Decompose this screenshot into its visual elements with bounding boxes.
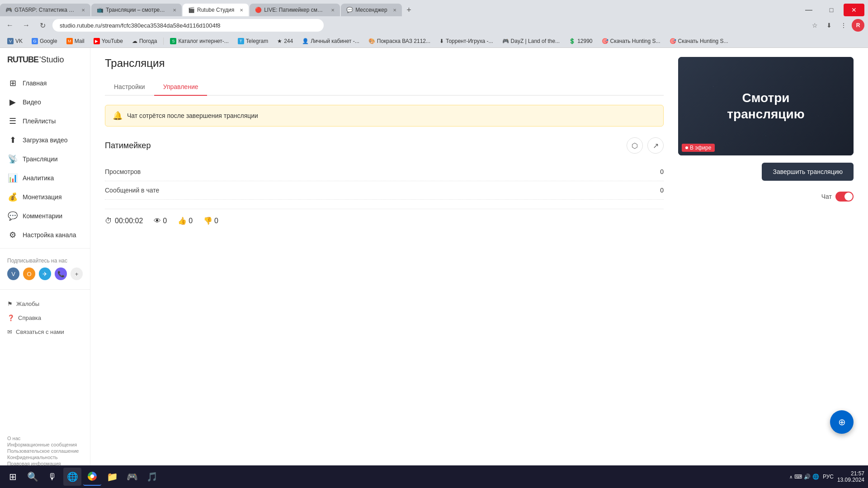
bookmark-torrent[interactable]: ⬇ Торрент-Игруха -... [436,37,497,45]
ok-social-icon[interactable]: O [23,267,35,280]
bookmark-catalog[interactable]: S Каталог интернет-... [166,37,232,45]
taskbar-app-chrome[interactable] [83,468,101,486]
bookmark-244[interactable]: ★ 244 [274,37,297,45]
tab-favicon-5: 💬 [346,7,353,13]
bookmark-hunting1[interactable]: 🎯 Скачать Hunting S... [598,37,664,45]
bookmark-paint[interactable]: 🎨 Покраска ВАЗ 2112... [365,37,434,45]
sidebar-item-streams[interactable]: 📡 Трансляции [0,150,90,169]
taskbar-keyboard-icon[interactable]: ⌨ [794,474,802,480]
forward-button[interactable]: → [20,19,33,32]
telegram-social-icon[interactable]: ✈ [39,267,51,280]
sidebar-label-video: Видео [23,99,41,106]
external-link-button[interactable]: ↗ [647,137,664,154]
taskbar-app-browser[interactable]: 🌐 [63,468,81,486]
viewers-counter: 👁 0 [154,217,167,225]
bookmark-cabinet[interactable]: 👤 Личный кабинет -... [298,37,363,45]
video-icon: ▶ [7,97,18,107]
fab-button[interactable]: ⊕ [830,410,854,434]
footer-item-contact[interactable]: ✉ Связаться с нами [7,325,83,339]
bookmark-dayz[interactable]: 🎮 DayZ | Land of the... [499,37,564,45]
tab-close-4[interactable]: ✕ [331,8,335,13]
close-button[interactable]: ✕ [844,4,864,16]
taskbar-start[interactable]: ⊞ [4,468,22,486]
info-link[interactable]: Информационные сообщения [7,442,83,447]
taskbar-network-icon[interactable]: 🌐 [812,474,819,480]
taskbar-time-value: 21:57 [837,470,864,477]
dislikes-value: 0 [214,217,218,225]
bookmark-vk[interactable]: V VK [4,37,26,45]
browser-tab-3[interactable]: 🎬 Rutube Студия ✕ [183,4,249,16]
browser-tab-4[interactable]: 🔴 LIVE: Патимейкер смотреть о... ✕ [250,4,340,16]
sidebar-item-playlists[interactable]: ☰ Плейлисты [0,112,90,131]
sidebar-item-video[interactable]: ▶ Видео [0,93,90,112]
chrome-center [90,474,94,478]
tab-close-3[interactable]: ✕ [240,8,243,13]
browser-tab-1[interactable]: 🎮 GTA5RP: Статистика персона... ✕ [0,4,90,16]
tab-label-4: LIVE: Патимейкер смотреть о... [264,7,326,13]
taskbar-chevron-icon[interactable]: ∧ [789,474,793,479]
bookmark-telegram[interactable]: T Telegram [234,37,272,45]
app-container: RUTUBE 'Studio ⊞ Главная ▶ Видео ☰ Плейл… [0,48,868,488]
footer-item-help[interactable]: ❓ Справка [7,311,83,325]
likes-icon: 👍 [178,216,187,225]
address-input[interactable] [52,19,324,32]
settings-icon[interactable]: ⋮ [837,19,850,32]
browser-tab-2[interactable]: 📺 Трансляции – смотреть все в... ✕ [91,4,182,16]
sidebar-item-settings[interactable]: ⚙ Настройка канала [0,225,90,244]
video-preview-line2: трансляцию [727,106,804,122]
taskbar-cortana[interactable]: 🎙 [43,468,61,486]
footer-nav: ⚑ Жалобы ❓ Справка ✉ Связаться с нами [0,293,90,343]
bookmark-google[interactable]: G Google [28,37,61,45]
taskbar-search[interactable]: 🔍 [24,468,42,486]
bookmark-youtube[interactable]: ▶ YouTube [90,37,127,45]
taskbar-app-files[interactable]: 📁 [103,468,121,486]
star-icon[interactable]: ☆ [808,19,821,32]
share-button[interactable]: ⬡ [627,137,643,154]
fab-icon: ⊕ [838,417,846,427]
chat-toggle[interactable] [835,192,854,202]
privacy-link[interactable]: Конфиденциальность [7,455,83,460]
bookmark-hunting2[interactable]: 🎯 Скачать Hunting S... [666,37,732,45]
browser-tab-5[interactable]: 💬 Мессенджер ✕ [341,4,401,16]
tab-favicon-2: 📺 [97,7,103,13]
sidebar-item-analytics[interactable]: 📊 Аналитика [0,169,90,188]
tab-close-5[interactable]: ✕ [393,8,396,13]
footer-item-complaints[interactable]: ⚑ Жалобы [7,297,83,311]
new-tab-button[interactable]: + [403,4,415,16]
vk-social-icon[interactable]: V [7,267,19,280]
tab-close-2[interactable]: ✕ [173,8,176,13]
chat-label: Чат [821,193,832,200]
maximize-button[interactable]: □ [821,4,842,16]
back-button[interactable]: ← [4,19,16,32]
tab-favicon-3: 🎬 [188,7,194,13]
profile-icon[interactable]: R [852,19,864,32]
content-area: Трансляция Настройки Управление 🔔 Чат со… [90,48,868,488]
youtube-favicon: ▶ [94,38,100,44]
minimize-button[interactable]: — [798,4,819,16]
viber-social-icon[interactable]: 📞 [55,267,67,280]
add-social-icon[interactable]: + [71,267,83,280]
about-link[interactable]: О нас [7,436,83,441]
sidebar-item-upload[interactable]: ⬆ Загрузка видео [0,131,90,150]
bookmark-price[interactable]: 💲 12990 [565,37,596,45]
sidebar-item-comments[interactable]: 💬 Комментарии [0,206,90,225]
end-stream-button[interactable]: Завершить трансляцию [762,163,854,181]
sidebar-item-home[interactable]: ⊞ Главная [0,74,90,93]
bookmark-mail[interactable]: M Mail [63,37,88,45]
tab-management[interactable]: Управление [154,79,208,96]
tab-close-1[interactable]: ✕ [81,8,85,13]
reload-button[interactable]: ↻ [36,19,49,32]
taskbar-speaker-icon[interactable]: 🔊 [804,474,811,480]
tab-settings[interactable]: Настройки [105,79,154,96]
taskbar-app-music[interactable]: 🎵 [143,468,161,486]
download-icon[interactable]: ⬇ [823,19,835,32]
views-value: 0 [660,168,664,175]
taskbar-app-game[interactable]: 🎮 [123,468,141,486]
address-bar-row: ← → ↻ ☆ ⬇ ⋮ R [0,16,868,34]
sidebar-label-home: Главная [23,80,47,87]
social-icons: V O ✈ 📞 + [7,267,83,280]
bookmark-weather[interactable]: ☁ Погода [128,37,161,45]
social-section: Подписывайтесь на нас V O ✈ 📞 + [0,252,90,286]
terms-link[interactable]: Пользовательское соглашение [7,448,83,454]
sidebar-item-monetization[interactable]: 💰 Монетизация [0,188,90,206]
